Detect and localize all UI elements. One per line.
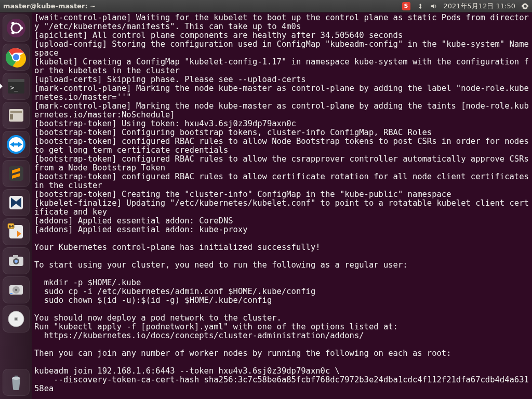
terminal-icon: >_ <box>6 76 26 97</box>
virtualbox-icon <box>6 192 26 213</box>
launcher-item-dash[interactable] <box>3 15 30 42</box>
camera-icon <box>6 250 26 271</box>
svg-rect-28 <box>10 293 12 294</box>
session-indicator[interactable] <box>522 3 529 10</box>
launcher-item-teamviewer[interactable] <box>3 131 30 158</box>
top-menu-bar: master@kube-master: ~ S 2021年5月12日 11:50 <box>0 0 532 12</box>
unity-launcher: >_ 64 <box>0 12 32 399</box>
sogou-icon: S <box>402 2 410 10</box>
vm-icon: 64 <box>6 221 26 242</box>
svg-point-32 <box>15 318 17 320</box>
launcher-item-sublime[interactable] <box>3 160 30 187</box>
svg-point-4 <box>11 31 15 34</box>
disc-icon <box>6 309 26 329</box>
svg-point-3 <box>11 22 15 25</box>
sublime-icon <box>6 163 26 184</box>
launcher-item-disks[interactable] <box>3 276 30 303</box>
clock[interactable]: 2021年5月12日 11:50 <box>444 2 516 11</box>
disk-icon <box>6 280 26 300</box>
network-indicator[interactable] <box>417 3 424 10</box>
launcher-item-disc[interactable] <box>3 305 30 332</box>
svg-text:64: 64 <box>9 224 14 229</box>
terminal-output[interactable]: [wait-control-plane] Waiting for the kub… <box>32 12 532 399</box>
launcher-item-files[interactable] <box>3 102 30 129</box>
svg-rect-34 <box>15 376 18 377</box>
launcher-item-vm[interactable]: 64 <box>3 218 30 245</box>
chrome-icon <box>6 47 26 68</box>
ime-indicator[interactable]: S <box>402 2 410 10</box>
svg-point-2 <box>20 26 23 30</box>
svg-text:>_: >_ <box>10 84 18 91</box>
window-title: master@kube-master: ~ <box>3 2 96 10</box>
teamviewer-icon <box>6 134 26 155</box>
svg-rect-13 <box>10 114 13 119</box>
gear-icon <box>522 3 529 10</box>
launcher-item-camera[interactable] <box>3 247 30 274</box>
terminal-text: [wait-control-plane] Waiting for the kub… <box>34 13 532 393</box>
volume-icon <box>430 3 437 10</box>
sound-indicator[interactable] <box>430 3 437 10</box>
svg-rect-12 <box>10 111 22 113</box>
svg-point-27 <box>15 289 17 291</box>
trash-icon <box>6 372 26 393</box>
launcher-item-virtualbox[interactable] <box>3 189 30 216</box>
network-icon <box>417 3 424 10</box>
launcher-item-terminal[interactable]: >_ <box>3 73 30 100</box>
files-icon <box>6 105 26 126</box>
svg-point-24 <box>15 260 18 263</box>
ubuntu-icon <box>6 18 26 38</box>
launcher-item-chrome[interactable] <box>3 44 30 71</box>
svg-rect-9 <box>8 79 24 82</box>
svg-rect-16 <box>9 166 23 181</box>
launcher-item-trash[interactable] <box>3 369 30 396</box>
svg-rect-22 <box>13 255 18 258</box>
